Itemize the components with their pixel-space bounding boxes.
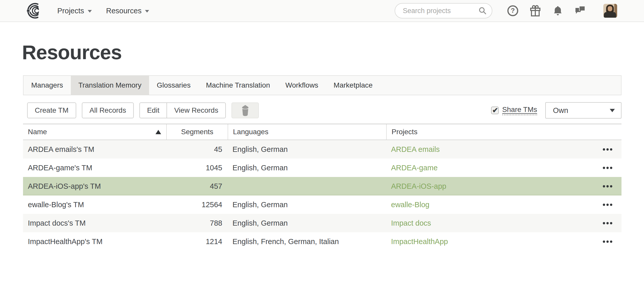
nav-resources-label: Resources [106,7,142,15]
column-header-segments[interactable]: Segments [166,124,228,140]
app-logo-icon[interactable] [25,2,41,19]
share-tms-checkbox[interactable] [491,107,499,114]
tab-marketplace[interactable]: Marketplace [326,76,380,95]
project-link[interactable]: ewalle-Blog [391,201,429,209]
gifts-button[interactable] [529,5,541,17]
ellipsis-icon [603,222,605,224]
tab-glossaries[interactable]: Glossaries [149,76,198,95]
tm-languages-cell: English, German [228,195,386,214]
table-row[interactable]: ARDEA emails's TM 45 English, German ARD… [23,140,621,159]
view-records-button[interactable]: View Records [166,103,225,118]
tab-managers[interactable]: Managers [24,76,71,95]
table-row[interactable]: ImpactHealthApp's TM 1214 English, Frenc… [23,232,621,251]
edit-button[interactable]: Edit [140,103,166,118]
ellipsis-icon [603,148,605,151]
row-menu-button[interactable] [593,214,621,232]
tab-workflows[interactable]: Workflows [278,76,326,95]
tm-name-cell: ARDEA-game's TM [23,159,166,177]
row-menu-button[interactable] [593,232,621,251]
tm-languages-cell: English, German [228,214,386,232]
help-button[interactable]: ? [507,5,519,17]
notifications-button[interactable] [552,5,564,17]
row-menu-button[interactable] [593,140,621,159]
table-row[interactable]: ewalle-Blog's TM 12564 English, German e… [23,195,621,214]
all-records-button[interactable]: All Records [82,102,134,118]
messages-button[interactable] [574,5,586,17]
scope-select[interactable]: Own [545,102,621,119]
ellipsis-icon [603,240,605,243]
ellipsis-icon [610,148,612,151]
project-link[interactable]: ARDEA emails [391,145,440,154]
table-row[interactable]: ARDEA-iOS-app's TM 457 ARDEA-iOS-app [23,177,621,195]
column-header-projects[interactable]: Projects [386,124,621,140]
nav-projects[interactable]: Projects [57,7,92,15]
tm-projects-cell: Impact docs [386,214,621,232]
table-row[interactable]: Impact docs's TM 788 English, German Imp… [23,214,621,232]
nav-resources[interactable]: Resources [106,7,149,15]
ellipsis-icon [610,204,612,206]
ellipsis-icon [603,204,605,206]
tm-name-cell: ImpactHealthApp's TM [23,232,166,251]
tm-languages-cell [228,177,386,195]
row-menu-button[interactable] [593,177,621,195]
tm-languages-cell: English, German [228,140,386,159]
row-menu-button[interactable] [593,159,621,177]
tm-segments-cell: 788 [166,214,228,232]
trash-icon [240,104,251,116]
ellipsis-icon [606,240,609,243]
delete-tm-button[interactable] [231,102,259,118]
ellipsis-icon [606,185,609,187]
sort-ascending-icon [156,130,161,134]
user-avatar[interactable] [603,4,617,18]
tm-languages-cell: English, German [228,159,386,177]
ellipsis-icon [606,222,609,224]
tab-label: Machine Translation [206,81,270,89]
project-link[interactable]: ARDEA-iOS-app [391,182,446,191]
topbar: Projects Resources ? [0,0,644,22]
column-header-name[interactable]: Name [23,124,166,140]
tm-languages-cell: English, French, German, Italian [228,232,386,251]
tm-segments-cell: 1045 [166,159,228,177]
create-tm-button[interactable]: Create TM [27,102,76,118]
ellipsis-icon [610,222,612,224]
help-icon: ? [507,5,519,17]
tm-segments-cell: 45 [166,140,228,159]
project-link[interactable]: ARDEA-game [391,164,438,172]
tab-label: Glossaries [157,81,191,89]
share-tms-label[interactable]: Share TMs [502,106,537,115]
tm-segments-cell: 1214 [166,232,228,251]
tm-projects-cell: ARDEA-game [386,159,621,177]
speech-bubbles-icon [574,5,586,17]
search-input[interactable] [395,3,492,18]
toolbar-buttons: Create TM All Records Edit View Records [27,102,259,118]
search-icon[interactable] [479,7,487,15]
toolbar: Create TM All Records Edit View Records … [23,102,621,119]
tm-name-cell: ewalle-Blog's TM [23,195,166,214]
column-header-languages[interactable]: Languages [228,124,386,140]
ellipsis-icon [610,185,612,187]
row-menu-button[interactable] [593,195,621,214]
column-header-segments-label: Segments [181,128,213,136]
table-header: Name Segments Languages Projects [23,124,621,140]
ellipsis-icon [603,185,605,187]
table-row[interactable]: ARDEA-game's TM 1045 English, German ARD… [23,159,621,177]
bell-icon [552,5,563,16]
tab-translation-memory[interactable]: Translation Memory [71,76,149,95]
select-caret-icon [610,109,615,112]
tm-name-cell: ARDEA-iOS-app's TM [23,177,166,195]
tm-projects-cell: ARDEA emails [386,140,621,159]
column-header-name-label: Name [28,128,47,136]
ellipsis-icon [610,167,612,169]
ellipsis-icon [606,148,609,151]
tab-machine-translation[interactable]: Machine Translation [198,76,278,95]
tab-label: Marketplace [334,81,373,89]
project-link[interactable]: ImpactHealthApp [391,237,448,246]
project-link[interactable]: Impact docs [391,219,431,227]
tab-label: Managers [31,81,63,89]
edit-view-button-group: Edit View Records [139,102,226,118]
nav-projects-label: Projects [57,7,84,15]
topbar-iconbar: ? [507,4,617,18]
tab-bar: Managers Translation Memory Glossaries M… [23,75,621,95]
tm-projects-cell: ewalle-Blog [386,195,621,214]
scope-select-value: Own [553,106,568,115]
